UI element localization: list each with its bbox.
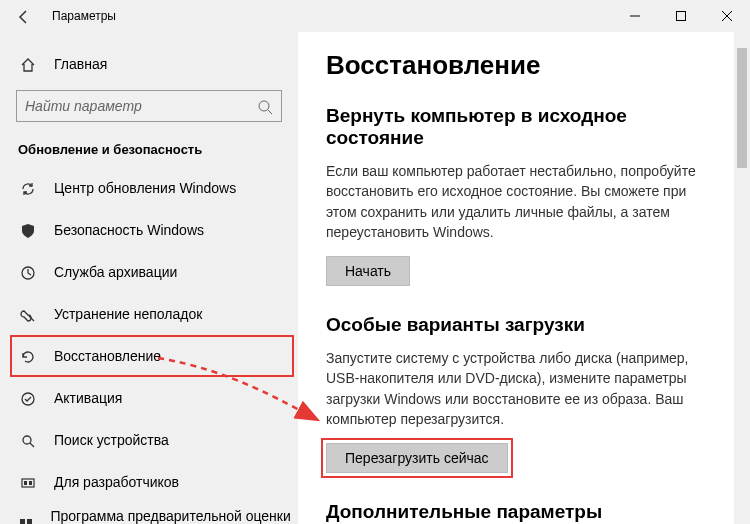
backup-icon bbox=[18, 263, 38, 281]
svg-point-4 bbox=[259, 101, 269, 111]
section2-heading: Особые варианты загрузки bbox=[326, 314, 718, 336]
trouble-icon bbox=[18, 305, 38, 323]
restart-now-button[interactable]: Перезагрузить сейчас bbox=[326, 443, 508, 473]
sidebar-item-recovery[interactable]: Восстановление bbox=[0, 335, 298, 377]
sidebar-item-label: Центр обновления Windows bbox=[54, 180, 236, 196]
sidebar-item-label: Поиск устройства bbox=[54, 432, 169, 448]
sync-icon bbox=[18, 179, 38, 197]
svg-rect-1 bbox=[677, 12, 686, 21]
svg-line-5 bbox=[268, 110, 272, 114]
svg-rect-12 bbox=[24, 481, 27, 485]
svg-point-9 bbox=[23, 436, 31, 444]
titlebar: Параметры bbox=[0, 0, 750, 32]
search-input[interactable] bbox=[25, 98, 257, 114]
section2-body: Запустите систему с устройства либо диск… bbox=[326, 348, 706, 429]
insider-icon bbox=[18, 515, 34, 524]
content-pane: Восстановление Вернуть компьютер в исход… bbox=[298, 32, 750, 524]
sidebar: Главная Обновление и безопасность Центр … bbox=[0, 32, 298, 524]
sidebar-item-sync[interactable]: Центр обновления Windows bbox=[0, 167, 298, 209]
svg-rect-14 bbox=[20, 519, 25, 524]
shield-icon bbox=[18, 221, 38, 239]
sidebar-section-header: Обновление и безопасность bbox=[0, 136, 298, 167]
svg-rect-13 bbox=[29, 481, 32, 485]
window-title: Параметры bbox=[48, 9, 612, 23]
maximize-button[interactable] bbox=[658, 0, 704, 32]
sidebar-item-find[interactable]: Поиск устройства bbox=[0, 419, 298, 461]
section1-heading: Вернуть компьютер в исходное состояние bbox=[326, 105, 718, 149]
search-box[interactable] bbox=[16, 90, 282, 122]
close-button[interactable] bbox=[704, 0, 750, 32]
svg-rect-15 bbox=[27, 519, 32, 524]
svg-point-8 bbox=[22, 393, 34, 405]
back-button[interactable] bbox=[0, 7, 48, 25]
sidebar-item-trouble[interactable]: Устранение неполадок bbox=[0, 293, 298, 335]
search-icon bbox=[257, 97, 273, 114]
reset-pc-button[interactable]: Начать bbox=[326, 256, 410, 286]
minimize-button[interactable] bbox=[612, 0, 658, 32]
sidebar-item-label: Восстановление bbox=[54, 348, 161, 364]
svg-line-10 bbox=[30, 443, 34, 447]
scrollbar-thumb[interactable] bbox=[737, 48, 747, 168]
sidebar-home-label: Главная bbox=[54, 56, 107, 72]
sidebar-item-label: Активация bbox=[54, 390, 122, 406]
scrollbar[interactable] bbox=[734, 32, 750, 524]
sidebar-item-label: Безопасность Windows bbox=[54, 222, 204, 238]
sidebar-item-shield[interactable]: Безопасность Windows bbox=[0, 209, 298, 251]
sidebar-home[interactable]: Главная bbox=[0, 44, 298, 84]
page-title: Восстановление bbox=[326, 50, 718, 81]
svg-rect-11 bbox=[22, 479, 34, 487]
activate-icon bbox=[18, 389, 38, 407]
dev-icon bbox=[18, 473, 38, 491]
sidebar-item-dev[interactable]: Для разработчиков bbox=[0, 461, 298, 503]
sidebar-item-backup[interactable]: Служба архивации bbox=[0, 251, 298, 293]
sidebar-item-label: Программа предварительной оценки Windows bbox=[50, 508, 298, 524]
sidebar-item-label: Служба архивации bbox=[54, 264, 177, 280]
section1-body: Если ваш компьютер работает нестабильно,… bbox=[326, 161, 706, 242]
find-icon bbox=[18, 431, 38, 449]
section3-heading: Дополнительные параметры восстановления bbox=[326, 501, 718, 524]
sidebar-item-insider[interactable]: Программа предварительной оценки Windows bbox=[0, 503, 298, 524]
sidebar-item-activate[interactable]: Активация bbox=[0, 377, 298, 419]
home-icon bbox=[18, 55, 38, 73]
sidebar-item-label: Для разработчиков bbox=[54, 474, 179, 490]
sidebar-item-label: Устранение неполадок bbox=[54, 306, 202, 322]
recovery-icon bbox=[18, 347, 38, 365]
